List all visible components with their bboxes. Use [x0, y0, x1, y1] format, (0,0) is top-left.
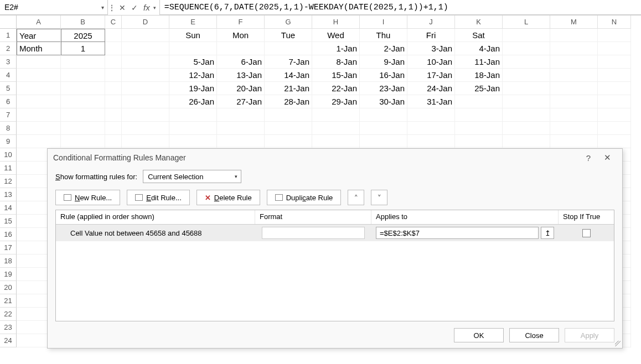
close-icon[interactable]: ✕	[598, 150, 617, 165]
col-header[interactable]: K	[455, 15, 503, 29]
col-header[interactable]: C	[105, 15, 122, 29]
cell[interactable]	[455, 135, 503, 148]
cell[interactable]: 8-Jan	[312, 55, 360, 69]
cell[interactable]	[105, 82, 122, 95]
cell[interactable]: 29-Jan	[312, 95, 360, 108]
cell[interactable]	[17, 135, 61, 148]
cell[interactable]	[503, 42, 550, 55]
cell[interactable]: 26-Jan	[169, 95, 217, 108]
cell[interactable]	[265, 42, 312, 55]
cell[interactable]	[17, 55, 61, 69]
cell[interactable]: 28-Jan	[265, 95, 312, 108]
row-header[interactable]: 12	[0, 175, 17, 188]
col-header[interactable]: N	[598, 15, 631, 29]
cell[interactable]: 7-Jan	[265, 55, 312, 69]
cell[interactable]	[17, 108, 61, 122]
apply-button[interactable]: Apply	[565, 328, 614, 342]
cell[interactable]	[360, 135, 407, 148]
cell[interactable]	[17, 69, 61, 82]
row-header[interactable]: 8	[0, 122, 17, 135]
cell[interactable]	[455, 108, 503, 122]
col-header[interactable]: H	[312, 15, 360, 29]
cell[interactable]	[61, 69, 105, 82]
cell[interactable]	[61, 95, 105, 108]
col-header[interactable]: L	[503, 15, 550, 29]
col-header[interactable]: F	[217, 15, 265, 29]
row-header[interactable]: 18	[0, 254, 17, 268]
row-header[interactable]: 13	[0, 188, 17, 201]
rules-for-combo[interactable]: Current Selection ▾	[143, 170, 241, 183]
cell[interactable]	[312, 108, 360, 122]
cell[interactable]: 21-Jan	[265, 82, 312, 95]
cell[interactable]	[503, 29, 550, 42]
cell[interactable]: 1	[61, 42, 105, 55]
select-all-corner[interactable]	[0, 15, 17, 29]
new-rule-button[interactable]: New Rule...	[55, 190, 120, 205]
cell[interactable]	[122, 82, 169, 95]
cell[interactable]: Fri	[407, 29, 455, 42]
edit-rule-button[interactable]: Edit Rule...	[127, 190, 190, 205]
col-header[interactable]: J	[407, 15, 455, 29]
cell[interactable]	[17, 95, 61, 108]
row-header[interactable]: 3	[0, 55, 17, 69]
cell[interactable]	[503, 108, 550, 122]
ok-button[interactable]: OK	[454, 328, 504, 342]
cell[interactable]	[122, 29, 169, 42]
cell[interactable]: 10-Jan	[407, 55, 455, 69]
cell[interactable]	[169, 108, 217, 122]
cell[interactable]: Wed	[312, 29, 360, 42]
cell[interactable]	[217, 108, 265, 122]
cell[interactable]: Sun	[169, 29, 217, 42]
cell[interactable]	[105, 95, 122, 108]
name-box[interactable]: E2# ▾	[0, 0, 108, 15]
cell[interactable]	[550, 108, 598, 122]
row-header[interactable]: 16	[0, 228, 17, 241]
col-header[interactable]: I	[360, 15, 407, 29]
row-header[interactable]: 1	[0, 29, 17, 42]
cell[interactable]	[598, 29, 631, 42]
row-header[interactable]: 21	[0, 294, 17, 308]
row-header[interactable]: 17	[0, 241, 17, 254]
cell[interactable]	[122, 95, 169, 108]
cell[interactable]	[217, 122, 265, 135]
cell[interactable]	[455, 95, 503, 108]
cell[interactable]	[503, 95, 550, 108]
cell[interactable]	[455, 122, 503, 135]
cell[interactable]	[105, 135, 122, 148]
cell[interactable]	[550, 82, 598, 95]
col-header[interactable]: D	[122, 15, 169, 29]
delete-rule-button[interactable]: Delete Rule	[197, 190, 260, 205]
cell[interactable]	[169, 135, 217, 148]
cell[interactable]	[598, 108, 631, 122]
cell[interactable]	[312, 135, 360, 148]
cell[interactable]	[598, 69, 631, 82]
cell[interactable]	[360, 108, 407, 122]
cell[interactable]: 17-Jan	[407, 69, 455, 82]
row-header[interactable]: 10	[0, 148, 17, 162]
cell[interactable]: 18-Jan	[455, 69, 503, 82]
cell[interactable]: Tue	[265, 29, 312, 42]
cell[interactable]	[265, 122, 312, 135]
cell[interactable]: 23-Jan	[360, 82, 407, 95]
row-header[interactable]: 15	[0, 215, 17, 228]
cell[interactable]: 20-Jan	[217, 82, 265, 95]
col-header[interactable]: G	[265, 15, 312, 29]
row-header[interactable]: 24	[0, 334, 17, 347]
cell[interactable]	[61, 82, 105, 95]
row-header[interactable]: 20	[0, 281, 17, 294]
cell[interactable]	[265, 108, 312, 122]
cell[interactable]	[105, 108, 122, 122]
cell[interactable]	[503, 135, 550, 148]
cell[interactable]	[169, 122, 217, 135]
cell[interactable]	[503, 69, 550, 82]
cell[interactable]	[598, 82, 631, 95]
cell[interactable]	[217, 135, 265, 148]
cell[interactable]	[550, 69, 598, 82]
formula-input[interactable]: =SEQUENCE(6,7,DATE(2025,1,1)-WEEKDAY(DAT…	[159, 0, 641, 15]
cell[interactable]: 16-Jan	[360, 69, 407, 82]
rule-row[interactable]: Cell Value not between 45658 and 45688 ↥	[56, 225, 614, 241]
cell[interactable]: Year	[17, 29, 61, 42]
cell[interactable]: 11-Jan	[455, 55, 503, 69]
cell[interactable]: 3-Jan	[407, 42, 455, 55]
col-header[interactable]: B	[61, 15, 105, 29]
